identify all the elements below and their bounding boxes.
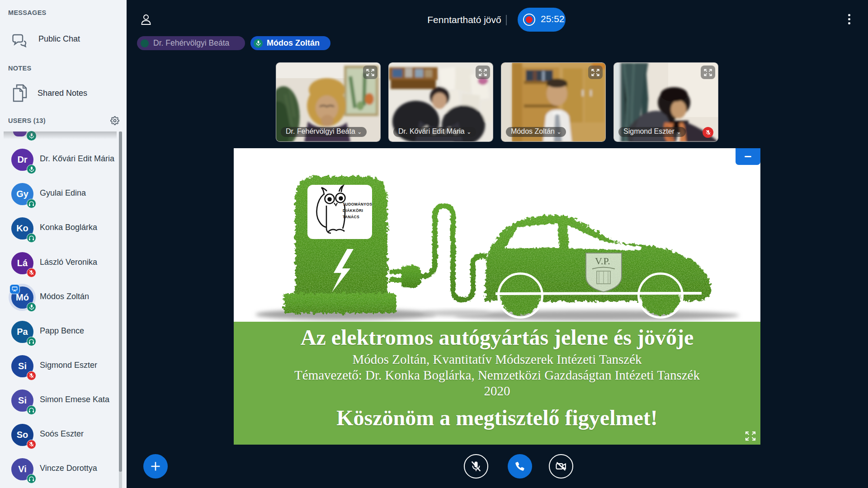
svg-text:V.P.: V.P. [595, 255, 610, 267]
svg-text:TANÁCS: TANÁCS [343, 215, 359, 219]
svg-text:DIÁKKÖRI: DIÁKKÖRI [343, 208, 363, 213]
svg-text:TUDOMÁNYOS: TUDOMÁNYOS [343, 202, 372, 206]
